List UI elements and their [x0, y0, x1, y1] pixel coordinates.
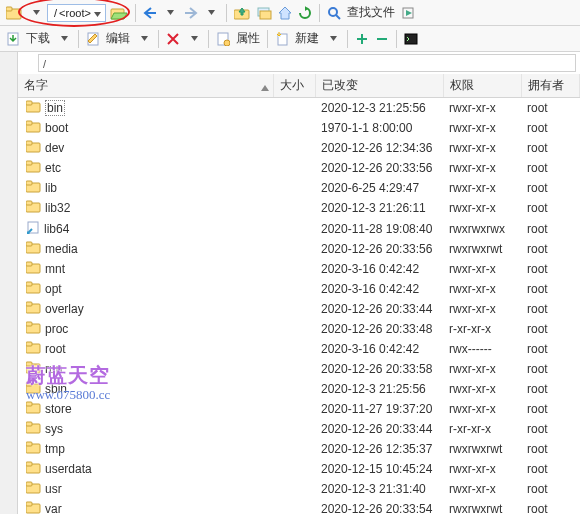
folder-icon — [26, 461, 41, 477]
file-perm: rwxr-xr-x — [443, 259, 521, 279]
table-row[interactable]: bin2020-12-3 21:25:56rwxr-xr-xroot — [18, 98, 580, 119]
table-row[interactable]: opt2020-3-16 0:42:42rwxr-xr-xroot — [18, 279, 580, 299]
svg-marker-26 — [261, 85, 269, 91]
file-date: 2020-12-26 20:33:56 — [315, 239, 443, 259]
separator — [78, 30, 79, 48]
file-owner: root — [521, 479, 580, 499]
file-perm: rwxr-xr-x — [443, 379, 521, 399]
file-perm: rwxr-xr-x — [443, 359, 521, 379]
search-label[interactable]: 查找文件 — [345, 4, 397, 21]
table-row[interactable]: dev2020-12-26 12:34:36rwxr-xr-xroot — [18, 138, 580, 158]
file-owner: root — [521, 279, 580, 299]
file-date: 2020-12-26 20:33:44 — [315, 419, 443, 439]
separator — [158, 30, 159, 48]
col-header-perm[interactable]: 权限 — [443, 74, 521, 98]
table-row[interactable]: boot1970-1-1 8:00:00rwxr-xr-xroot — [18, 118, 580, 138]
folder-icon — [26, 481, 41, 497]
folder-icon — [26, 381, 41, 397]
properties-label[interactable]: 属性 — [234, 30, 262, 47]
table-row[interactable]: lib322020-12-3 21:26:11rwxr-xr-xroot — [18, 198, 580, 218]
folder-icon — [26, 321, 41, 337]
new-dropdown[interactable] — [324, 29, 342, 49]
table-row[interactable]: mnt2020-3-16 0:42:42rwxr-xr-xroot — [18, 259, 580, 279]
file-name: lib64 — [44, 222, 69, 236]
path-box[interactable]: / <root> — [47, 4, 106, 22]
table-row[interactable]: sys2020-12-26 20:33:44r-xr-xr-xroot — [18, 419, 580, 439]
table-row[interactable]: userdata2020-12-15 10:45:24rwxr-xr-xroot — [18, 459, 580, 479]
svg-marker-2 — [33, 10, 40, 15]
table-row[interactable]: tmp2020-12-26 12:35:37rwxrwxrwtroot — [18, 439, 580, 459]
table-row[interactable]: media2020-12-26 20:33:56rwxrwxrwtroot — [18, 239, 580, 259]
col-header-changed[interactable]: 已改变 — [315, 74, 443, 98]
table-row[interactable]: overlay2020-12-26 20:33:44rwxr-xr-xroot — [18, 299, 580, 319]
file-perm: rwxr-xr-x — [443, 158, 521, 178]
refresh-icon[interactable] — [296, 3, 314, 23]
file-name: boot — [45, 121, 68, 135]
file-date: 2020-12-26 20:33:58 — [315, 359, 443, 379]
search-icon[interactable] — [325, 3, 343, 23]
action-toolbar: 下载 编辑 属性 新建 — [0, 26, 580, 52]
home-icon[interactable] — [276, 3, 294, 23]
current-path-bar[interactable]: / — [38, 54, 576, 72]
table-row[interactable]: lib2020-6-25 4:29:47rwxr-xr-xroot — [18, 178, 580, 198]
file-perm: rwxr-xr-x — [443, 98, 521, 119]
table-row[interactable]: sbin2020-12-3 21:25:56rwxr-xr-xroot — [18, 379, 580, 399]
up-folder-icon[interactable] — [232, 3, 252, 23]
file-size — [273, 98, 315, 119]
folder-icon — [26, 441, 41, 457]
table-row[interactable]: proc2020-12-26 20:33:48r-xr-xr-xroot — [18, 319, 580, 339]
col-header-size[interactable]: 大小 — [273, 74, 315, 98]
file-name: lib — [45, 181, 57, 195]
table-row[interactable]: etc2020-12-26 20:33:56rwxr-xr-xroot — [18, 158, 580, 178]
file-date: 2020-11-27 19:37:20 — [315, 399, 443, 419]
file-name: lib32 — [45, 201, 70, 215]
edit-icon[interactable] — [84, 29, 102, 49]
file-perm: r-xr-xr-x — [443, 319, 521, 339]
minus-icon[interactable] — [373, 29, 391, 49]
col-header-owner[interactable]: 拥有者 — [521, 74, 580, 98]
open-folder-icon[interactable] — [108, 3, 130, 23]
table-row[interactable]: run2020-12-26 20:33:58rwxr-xr-xroot — [18, 359, 580, 379]
download-icon[interactable] — [4, 29, 22, 49]
separator — [319, 4, 320, 22]
back-dropdown[interactable] — [162, 3, 180, 23]
search-go-icon[interactable] — [399, 3, 417, 23]
forward-dropdown[interactable] — [203, 3, 221, 23]
file-name: proc — [45, 322, 68, 336]
terminal-icon[interactable] — [402, 29, 420, 49]
new-icon[interactable] — [273, 29, 291, 49]
left-gutter — [0, 52, 18, 514]
svg-rect-48 — [26, 302, 32, 306]
table-row[interactable]: store2020-11-27 19:37:20rwxr-xr-xroot — [18, 399, 580, 419]
dual-folder-icon[interactable] — [254, 3, 274, 23]
delete-icon[interactable] — [164, 29, 182, 49]
file-size — [273, 299, 315, 319]
folder-icon — [26, 401, 41, 417]
file-owner: root — [521, 459, 580, 479]
forward-icon[interactable] — [182, 3, 200, 23]
table-row[interactable]: lib642020-11-28 19:08:40rwxrwxrwxroot — [18, 218, 580, 239]
new-label[interactable]: 新建 — [293, 30, 321, 47]
folder-dropdown[interactable] — [27, 3, 45, 23]
folder-icon[interactable] — [4, 3, 24, 23]
separator — [267, 30, 268, 48]
properties-icon[interactable] — [214, 29, 232, 49]
svg-marker-6 — [208, 10, 215, 15]
col-header-name[interactable]: 名字 — [18, 74, 273, 98]
plus-icon[interactable] — [353, 29, 371, 49]
svg-rect-66 — [26, 482, 32, 486]
file-size — [273, 479, 315, 499]
edit-label[interactable]: 编辑 — [104, 30, 132, 47]
file-size — [273, 339, 315, 359]
table-row[interactable]: root2020-3-16 0:42:42rwx------root — [18, 339, 580, 359]
svg-rect-62 — [26, 442, 32, 446]
table-row[interactable]: var2020-12-26 20:33:54rwxrwxrwtroot — [18, 499, 580, 514]
back-icon[interactable] — [141, 3, 159, 23]
download-dropdown[interactable] — [55, 29, 73, 49]
file-perm: rwxr-xr-x — [443, 178, 521, 198]
download-label[interactable]: 下载 — [24, 30, 52, 47]
table-row[interactable]: usr2020-12-3 21:31:40rwxr-xr-xroot — [18, 479, 580, 499]
delete-dropdown[interactable] — [185, 29, 203, 49]
edit-dropdown[interactable] — [135, 29, 153, 49]
file-size — [273, 259, 315, 279]
